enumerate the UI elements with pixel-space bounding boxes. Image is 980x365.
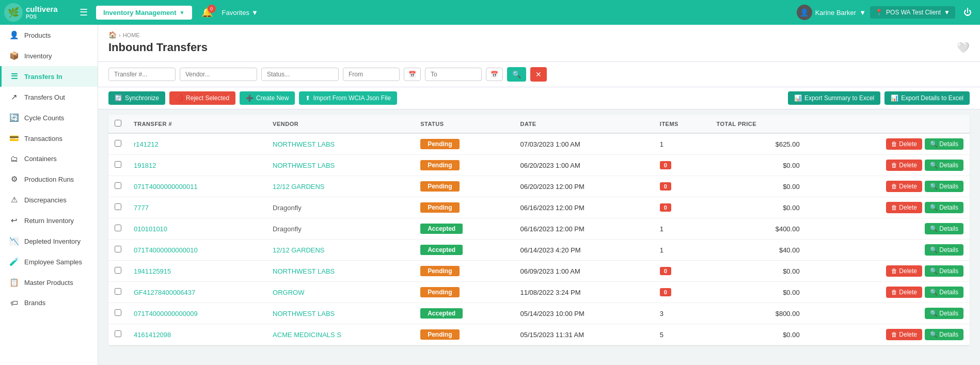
transfer-id-link[interactable]: 071T4000000000011: [134, 183, 198, 191]
row-checkbox[interactable]: [115, 182, 121, 189]
details-button[interactable]: 🔍 Details: [925, 138, 963, 150]
vendor-name[interactable]: NORTHWEST LABS: [273, 310, 335, 318]
row-checkbox-cell: [108, 218, 128, 240]
user-menu[interactable]: 👤 Karine Barker ▼: [797, 5, 866, 20]
vendor-name[interactable]: 12/12 GARDENS: [273, 246, 324, 254]
transfer-id-link[interactable]: 071T4000000000009: [134, 310, 198, 318]
sidebar-item-transfers-in[interactable]: ☰ Transfers In: [0, 66, 98, 87]
status-cell: Accepted: [414, 240, 514, 261]
items-zero-badge: 0: [660, 161, 671, 169]
delete-button[interactable]: 🗑 Delete: [886, 181, 922, 192]
favorites-button[interactable]: Favorites ▼: [222, 9, 258, 17]
vendor-name[interactable]: NORTHWEST LABS: [273, 267, 335, 275]
transfer-id-link[interactable]: 7777: [134, 204, 149, 212]
hamburger-button[interactable]: ☰: [75, 5, 92, 20]
vendor-input[interactable]: [180, 68, 257, 81]
notification-bell[interactable]: 🔔 0: [196, 5, 218, 20]
sidebar-item-brands[interactable]: 🏷 Brands: [0, 293, 98, 313]
search-button[interactable]: 🔍: [507, 67, 526, 82]
table-header-row: TRANSFER # VENDOR STATUS DATE ITEMS TOTA…: [108, 115, 970, 133]
transfer-id-link[interactable]: 1941125915: [134, 267, 171, 275]
filter-toolbar: 📅 📅 🔍 ✕: [98, 62, 980, 87]
row-checkbox[interactable]: [115, 330, 121, 337]
details-button[interactable]: 🔍 Details: [925, 223, 963, 234]
row-checkbox[interactable]: [115, 225, 121, 231]
details-button[interactable]: 🔍 Details: [925, 244, 963, 256]
transfer-id-cell: 191812: [128, 155, 266, 176]
vendor-name[interactable]: Dragonfly: [273, 225, 302, 233]
export-details-button[interactable]: 📊 Export Details to Excel: [884, 91, 970, 105]
transfer-number-input[interactable]: [108, 68, 176, 81]
module-dropdown[interactable]: Inventory Management ▼: [96, 6, 192, 20]
from-date-input[interactable]: [343, 68, 400, 81]
delete-button[interactable]: 🗑 Delete: [886, 287, 922, 298]
status-badge: Pending: [420, 266, 459, 276]
delete-button[interactable]: 🗑 Delete: [886, 202, 922, 213]
vendor-name[interactable]: Dragonfly: [273, 204, 302, 212]
sidebar-item-transactions[interactable]: 💳 Transactions: [0, 128, 98, 149]
details-button[interactable]: 🔍 Details: [925, 287, 963, 298]
row-checkbox[interactable]: [115, 246, 121, 252]
location-selector[interactable]: 📍 POS WA Test Client ▼: [870, 6, 955, 19]
production-runs-icon: ⚙: [9, 174, 19, 184]
power-button[interactable]: ⏻: [959, 6, 976, 19]
row-actions: 🗑 Delete 🔍 Details: [812, 287, 963, 298]
transfer-id-link[interactable]: 4161412098: [134, 331, 171, 339]
to-date-input[interactable]: [425, 68, 482, 81]
sidebar-item-products[interactable]: 👤 Products: [0, 25, 98, 45]
transfer-id-link[interactable]: GF41278400006437: [134, 289, 195, 296]
transfer-id-link[interactable]: 071T4000000000010: [134, 246, 198, 254]
sidebar-item-transfers-out[interactable]: ↗ Transfers Out: [0, 87, 98, 107]
brand-sub: POS: [26, 14, 58, 20]
sidebar-item-master-products[interactable]: 📋 Master Products: [0, 272, 98, 293]
delete-button[interactable]: 🗑 Delete: [886, 329, 922, 340]
vendor-name[interactable]: ACME MEDICINALS S: [273, 331, 341, 339]
transfer-id-link[interactable]: 191812: [134, 162, 156, 169]
vendor-name[interactable]: NORTHWEST LABS: [273, 140, 335, 148]
row-checkbox[interactable]: [115, 203, 121, 210]
sidebar-item-discrepancies[interactable]: ⚠ Discrepancies: [0, 189, 98, 210]
sidebar-item-employee-samples[interactable]: 🧪 Employee Samples: [0, 251, 98, 272]
row-checkbox-cell: [108, 240, 128, 261]
export-summary-button[interactable]: 📊 Export Summary to Excel: [788, 91, 880, 105]
details-button[interactable]: 🔍 Details: [925, 329, 963, 340]
details-button[interactable]: 🔍 Details: [925, 160, 963, 171]
details-button[interactable]: 🔍 Details: [925, 308, 963, 319]
select-all-checkbox[interactable]: [115, 120, 121, 126]
row-checkbox[interactable]: [115, 267, 121, 274]
details-button[interactable]: 🔍 Details: [925, 181, 963, 192]
to-calendar-button[interactable]: 📅: [486, 68, 503, 81]
delete-button[interactable]: 🗑 Delete: [886, 265, 922, 277]
row-checkbox[interactable]: [115, 140, 121, 147]
details-button[interactable]: 🔍 Details: [925, 202, 963, 213]
sidebar-item-depleted-inventory[interactable]: 📉 Depleted Inventory: [0, 231, 98, 251]
transfer-id-link[interactable]: r141212: [134, 140, 159, 148]
sidebar-item-production-runs[interactable]: ⚙ Production Runs: [0, 169, 98, 189]
import-button[interactable]: ⬆ Import From WCIA Json File: [299, 91, 397, 105]
row-checkbox[interactable]: [115, 288, 121, 295]
row-checkbox[interactable]: [115, 309, 121, 316]
col-vendor: VENDOR: [266, 115, 414, 133]
vendor-name[interactable]: 12/12 GARDENS: [273, 183, 324, 191]
sidebar-item-inventory[interactable]: 📦 Inventory: [0, 45, 98, 66]
reject-selected-button[interactable]: 🚫 Reject Selected: [169, 91, 235, 105]
details-button[interactable]: 🔍 Details: [925, 265, 963, 277]
vendor-name[interactable]: NORTHWEST LABS: [273, 162, 335, 169]
sidebar-item-containers[interactable]: 🗂 Containers: [0, 149, 98, 169]
row-checkbox[interactable]: [115, 161, 121, 168]
create-new-button[interactable]: ➕ Create New: [240, 91, 295, 105]
page-title: Inbound Transfers: [108, 41, 208, 54]
synchronize-button[interactable]: 🔄 Synchronize: [108, 91, 165, 105]
favorite-button[interactable]: 🤍: [957, 41, 970, 54]
location-icon: 📍: [875, 9, 883, 16]
status-input[interactable]: [261, 68, 339, 81]
transfer-id-link[interactable]: 010101010: [134, 225, 167, 233]
table-row: 010101010 Dragonfly Accepted 06/16/2023 …: [108, 218, 970, 240]
sidebar-item-cycle-counts[interactable]: 🔄 Cycle Counts: [0, 107, 98, 128]
sidebar-item-return-inventory[interactable]: ↩ Return Inventory: [0, 210, 98, 231]
delete-button[interactable]: 🗑 Delete: [886, 138, 922, 150]
delete-button[interactable]: 🗑 Delete: [886, 160, 922, 171]
vendor-name[interactable]: ORGROW: [273, 289, 304, 296]
clear-button[interactable]: ✕: [530, 67, 547, 82]
from-calendar-button[interactable]: 📅: [404, 68, 421, 81]
